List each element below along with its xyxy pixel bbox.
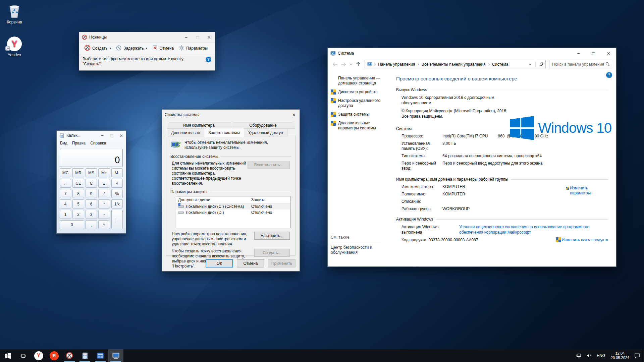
taskbar-system-window[interactable] (108, 349, 123, 362)
desktop-icon-yandex[interactable]: Y ↗ Yandex (0, 36, 29, 57)
disk-row[interactable]: Локальный диск (D:)Отключено (176, 209, 290, 216)
calc-key-CE[interactable]: CE (72, 179, 84, 188)
calc-key-5[interactable]: 5 (72, 199, 84, 208)
start-button[interactable] (0, 349, 15, 362)
close-button[interactable]: × (203, 32, 215, 42)
dropdown-arrow-icon[interactable]: ▾ (110, 47, 111, 50)
calc-key-6[interactable]: 6 (86, 199, 97, 208)
history-dropdown-icon[interactable] (348, 60, 353, 68)
calc-key-,[interactable]: , (86, 220, 97, 229)
calc-menu-item[interactable]: Правка (72, 141, 86, 145)
snip-delay-button[interactable]: Задержать▾ (113, 44, 150, 53)
calc-key--[interactable]: - (98, 210, 110, 219)
search-input[interactable] (549, 62, 605, 67)
calc-key-3[interactable]: 3 (86, 210, 97, 219)
refresh-icon[interactable] (537, 60, 545, 68)
action-center-icon[interactable] (632, 349, 642, 362)
desktop-icon-recycle-bin[interactable]: Корзина (0, 3, 29, 24)
dialog-tab[interactable]: Имя компьютера (167, 122, 231, 129)
calc-key-9[interactable]: 9 (86, 189, 97, 198)
minimize-button[interactable]: ─ (180, 32, 192, 42)
calc-key-MR[interactable]: MR (72, 168, 84, 177)
restore-button[interactable]: Восстановить... (248, 161, 290, 169)
sidebar-item[interactable]: Настройка удаленного доступа (331, 98, 388, 108)
maximize-button[interactable]: □ (586, 48, 601, 59)
language-indicator[interactable]: ENG (594, 353, 608, 358)
sidebar-item[interactable]: Диспетчер устройств (331, 89, 388, 95)
calc-key-1/x[interactable]: 1/x (111, 199, 123, 208)
calc-menu-item[interactable]: Вид (60, 141, 67, 145)
create-point-button[interactable]: Создать... (254, 249, 290, 257)
calc-key-M-[interactable]: M- (111, 168, 123, 177)
calc-key-4[interactable]: 4 (60, 199, 71, 208)
address-bar[interactable]: ›Панель управления›Все элементы панели у… (365, 60, 546, 68)
clock[interactable]: 12:04 20.05.2024 (608, 351, 632, 360)
taskbar-yandex-browser[interactable]: Y (31, 349, 46, 362)
maximize-button[interactable]: □ (192, 32, 203, 42)
close-button[interactable]: × (288, 110, 300, 120)
help-icon[interactable]: ? (206, 57, 211, 62)
taskbar-system-properties[interactable] (93, 349, 108, 362)
snipping-titlebar[interactable]: Ножницы ─ □ × (79, 32, 215, 42)
back-button[interactable] (331, 60, 338, 68)
forward-button[interactable] (340, 60, 347, 68)
taskbar-snipping-tool[interactable] (62, 349, 77, 362)
snip-create-button[interactable]: Создать▾ (82, 43, 113, 53)
change-settings-link[interactable]: Изменить параметры (570, 186, 595, 196)
calc-key-2[interactable]: 2 (72, 210, 84, 219)
ok-button[interactable]: ОК (206, 259, 233, 267)
calc-key-0[interactable]: 0 (60, 220, 84, 229)
calc-key-1[interactable]: 1 (60, 210, 71, 219)
calc-key-+[interactable]: + (98, 220, 110, 229)
calc-key-MS[interactable]: MS (86, 168, 97, 177)
taskbar-yandex[interactable]: Я (46, 349, 62, 362)
breadcrumb-item[interactable]: Панель управления (377, 62, 416, 67)
configure-button[interactable]: Настроить... (254, 232, 290, 240)
taskbar-calculator[interactable] (77, 349, 93, 362)
calc-menu-item[interactable]: Справка (90, 141, 106, 145)
dialog-titlebar[interactable]: Свойства системы × (162, 110, 300, 120)
disk-row[interactable]: Локальный диск (C:) (Система)Отключено (176, 203, 290, 209)
breadcrumb-item[interactable]: Все элементы панели управления (421, 62, 487, 67)
sidebar-item[interactable]: Дополнительные параметры системы (331, 121, 388, 131)
minimize-button[interactable]: ─ (98, 131, 107, 140)
dialog-tab[interactable]: Удаленный доступ (244, 129, 287, 136)
calc-key-8[interactable]: 8 (72, 189, 84, 198)
sidebar-item[interactable]: Защита системы (331, 112, 388, 117)
up-button[interactable] (355, 60, 362, 68)
network-icon[interactable] (574, 349, 584, 362)
calc-key-C[interactable]: C (86, 179, 97, 188)
security-center-link[interactable]: Центр безопасности и обслуживания (331, 245, 381, 255)
show-desktop-button[interactable] (642, 349, 644, 362)
minimize-button[interactable]: ─ (571, 48, 586, 59)
maximize-button[interactable]: □ (107, 131, 116, 140)
dialog-tab[interactable]: Оборудование (231, 122, 295, 129)
dialog-tab[interactable]: Защита системы (204, 128, 244, 137)
calc-key-=[interactable]: = (111, 210, 123, 229)
change-product-key-link[interactable]: Изменить ключ продукта (562, 238, 608, 242)
dialog-tab[interactable]: Дополнительно (167, 129, 204, 136)
close-button[interactable]: × (116, 131, 126, 140)
cancel-button[interactable]: Отмена (237, 259, 264, 267)
sidebar-item[interactable]: Панель управления — домашняя страница (331, 76, 388, 86)
calc-key-√[interactable]: √ (111, 179, 123, 188)
calc-key-←[interactable]: ← (60, 179, 71, 188)
calc-key-/[interactable]: / (98, 189, 110, 198)
address-dropdown-icon[interactable] (526, 60, 534, 68)
search-icon[interactable] (605, 62, 610, 66)
calc-key-7[interactable]: 7 (60, 189, 71, 198)
snip-options-button[interactable]: Параметры (176, 44, 210, 53)
apply-button[interactable]: Применить (268, 259, 296, 267)
volume-icon[interactable] (584, 349, 594, 362)
calc-key-M+[interactable]: M+ (98, 168, 110, 177)
search-box[interactable] (549, 60, 612, 68)
calc-key-MC[interactable]: MC (60, 168, 71, 177)
change-settings[interactable]: Изменить параметры (566, 186, 595, 196)
change-product-key[interactable]: Изменить ключ продукта (556, 237, 608, 242)
breadcrumb-item[interactable]: Система (491, 62, 509, 67)
snip-cancel-button[interactable]: Отмена (150, 44, 176, 53)
system-titlebar[interactable]: Система ─ □ × (328, 48, 616, 59)
calculator-titlebar[interactable]: Кальк... ─ □ × (57, 131, 126, 140)
dropdown-arrow-icon[interactable]: ▾ (146, 47, 148, 50)
close-button[interactable]: × (601, 48, 616, 59)
